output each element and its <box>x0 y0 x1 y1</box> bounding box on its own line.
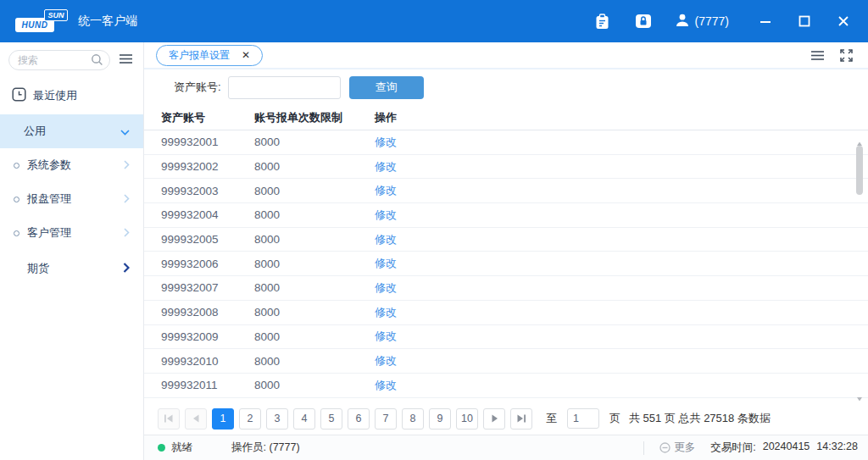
scroll-up-icon[interactable] <box>856 136 863 142</box>
more-button[interactable]: 更多 <box>659 441 695 455</box>
more-label: 更多 <box>674 441 695 455</box>
user-account[interactable]: (7777) <box>675 13 729 30</box>
sidebar-item-label: 最近使用 <box>33 88 77 103</box>
close-button[interactable] <box>834 12 853 30</box>
page-button-2[interactable]: 2 <box>239 408 261 430</box>
sidebar-item-recent[interactable]: 最近使用 <box>0 77 143 114</box>
search-icon <box>91 53 103 69</box>
cell-action: 修改 <box>358 159 868 175</box>
table-row: 9999320088000修改 <box>144 301 868 325</box>
scroll-down-icon[interactable] <box>856 391 863 397</box>
sidebar-menu-icon[interactable] <box>117 51 135 69</box>
table-row: 9999320108000修改 <box>144 349 868 374</box>
modify-link[interactable]: 修改 <box>375 379 397 391</box>
modify-link[interactable]: 修改 <box>375 184 397 197</box>
sidebar-item-customer-mgmt[interactable]: 客户管理 <box>0 216 143 250</box>
user-id: (7777) <box>695 14 729 28</box>
page-button-3[interactable]: 3 <box>266 408 288 430</box>
pagination-summary: 共 551 页 总共 27518 条数据 <box>629 411 771 426</box>
modify-link[interactable]: 修改 <box>375 208 397 221</box>
operator-value: (7777) <box>269 441 299 453</box>
bullet-icon <box>14 163 19 169</box>
goto-page-label: 至 <box>546 411 557 426</box>
tab-customer-order-settings[interactable]: 客户报单设置 ✕ <box>156 45 263 66</box>
chevron-right-icon <box>124 227 130 240</box>
trade-time-clock: 14:32:28 <box>816 441 858 455</box>
sidebar-item-quote-mgmt[interactable]: 报盘管理 <box>0 182 143 216</box>
cell-action: 修改 <box>358 353 868 369</box>
cell-action: 修改 <box>358 183 868 198</box>
cell-action: 修改 <box>358 135 868 150</box>
column-header-limit: 账号报单次数限制 <box>237 110 358 125</box>
cell-limit: 8000 <box>237 258 358 270</box>
scrollbar-thumb[interactable] <box>856 146 863 195</box>
cell-limit: 8000 <box>237 281 358 294</box>
lock-badge-icon[interactable] <box>634 12 653 30</box>
next-page-button[interactable] <box>483 408 505 430</box>
modify-link[interactable]: 修改 <box>375 233 397 246</box>
tab-list-menu-icon[interactable] <box>810 50 825 61</box>
modify-link[interactable]: 修改 <box>375 160 397 173</box>
page-button-10[interactable]: 10 <box>456 408 478 430</box>
prev-page-button[interactable] <box>185 408 207 430</box>
tab-close-icon[interactable]: ✕ <box>242 50 250 60</box>
modify-link[interactable]: 修改 <box>375 136 397 148</box>
cell-account: 999932003 <box>144 185 237 197</box>
first-page-button[interactable] <box>158 408 180 430</box>
table-row: 9999320098000修改 <box>144 325 868 350</box>
modify-link[interactable]: 修改 <box>375 306 397 319</box>
page-button-6[interactable]: 6 <box>348 408 370 430</box>
sidebar-group-common[interactable]: 公用 <box>0 114 143 148</box>
chevron-right-icon <box>124 193 130 206</box>
page-button-9[interactable]: 9 <box>429 408 451 430</box>
page-button-7[interactable]: 7 <box>375 408 397 430</box>
modify-link[interactable]: 修改 <box>375 330 397 342</box>
column-header-action: 操作 <box>358 110 868 125</box>
cell-action: 修改 <box>358 280 868 296</box>
sidebar-item-label: 客户管理 <box>27 225 71 241</box>
cell-action: 修改 <box>358 208 868 223</box>
sidebar-item-label: 系统参数 <box>27 158 71 173</box>
page-button-4[interactable]: 4 <box>293 408 315 430</box>
tab-label: 客户报单设置 <box>169 48 230 63</box>
fullscreen-expand-icon[interactable] <box>840 49 853 62</box>
vertical-scrollbar[interactable] <box>855 136 864 397</box>
table-row: 9999320028000修改 <box>144 155 868 180</box>
page-button-5[interactable]: 5 <box>320 408 342 430</box>
page-button-1[interactable]: 1 <box>212 408 234 430</box>
cell-limit: 8000 <box>237 160 358 173</box>
modify-link[interactable]: 修改 <box>375 354 397 367</box>
titlebar: HUND SUN 统一客户端 <box>0 0 868 42</box>
account-input[interactable] <box>228 76 341 99</box>
cell-account: 999932011 <box>144 379 237 391</box>
modify-link[interactable]: 修改 <box>375 281 397 294</box>
minimize-button[interactable] <box>756 12 775 30</box>
bullet-icon <box>14 197 19 202</box>
table-row: 9999320048000修改 <box>144 203 868 228</box>
page-button-8[interactable]: 8 <box>402 408 424 430</box>
maximize-button[interactable] <box>795 12 814 30</box>
cell-action: 修改 <box>358 305 868 320</box>
column-header-account: 资产账号 <box>144 110 237 125</box>
data-table: 资产账号 账号报单次数限制 操作 9999320018000修改99993200… <box>144 105 868 402</box>
modify-link[interactable]: 修改 <box>375 257 397 269</box>
query-button[interactable]: 查询 <box>349 76 424 99</box>
table-row: 9999320078000修改 <box>144 276 868 301</box>
last-page-button[interactable] <box>510 408 532 430</box>
clipboard-icon[interactable] <box>593 12 612 30</box>
account-field-label: 资产账号: <box>174 80 221 95</box>
clock-icon <box>12 87 26 104</box>
sidebar-item-futures[interactable]: 期货 <box>0 250 143 287</box>
sidebar-group-label: 公用 <box>24 124 46 139</box>
arrow-right-icon <box>123 263 130 275</box>
goto-page-input[interactable] <box>567 408 599 429</box>
cell-account: 999932002 <box>144 160 237 173</box>
chevron-right-icon <box>124 159 130 172</box>
trade-time: 交易时间: 20240415 14:32:28 <box>710 441 858 455</box>
status-ready-icon <box>158 444 165 452</box>
cell-account: 999932010 <box>144 355 237 368</box>
table-row: 9999320058000修改 <box>144 228 868 252</box>
cell-limit: 8000 <box>237 330 358 343</box>
sidebar-item-system-params[interactable]: 系统参数 <box>0 148 143 182</box>
sidebar-item-label: 期货 <box>27 261 49 276</box>
